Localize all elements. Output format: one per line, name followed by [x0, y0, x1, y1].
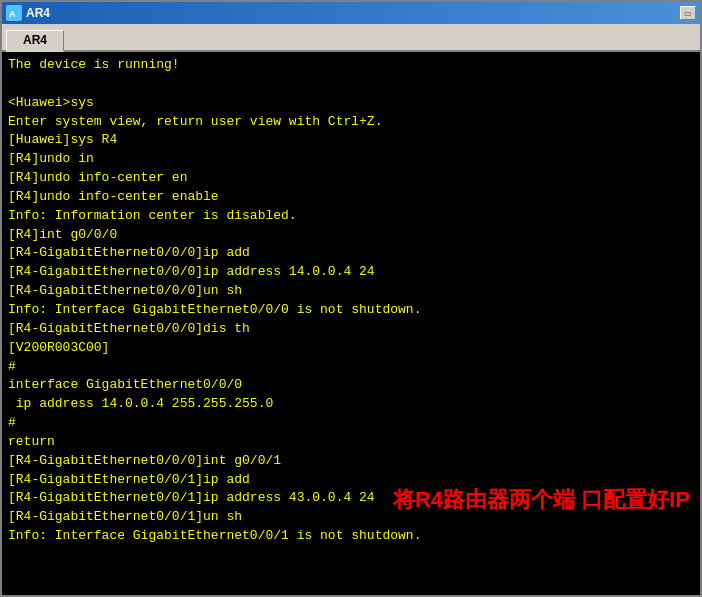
line-20: #	[8, 415, 16, 430]
line-16: [V200R003C00]	[8, 340, 109, 355]
line-15: [R4-GigabitEthernet0/0/0]dis th	[8, 321, 250, 336]
title-bar-buttons: ▭	[680, 6, 696, 20]
line-4: Enter system view, return user view with…	[8, 114, 382, 129]
line-3: <Huawei>sys	[8, 95, 94, 110]
terminal-output: The device is running! <Huawei>sys Enter…	[8, 56, 694, 546]
line-11: [R4-GigabitEthernet0/0/0]ip add	[8, 245, 250, 260]
title-bar-left: A AR4	[6, 5, 50, 21]
line-5: [Huawei]sys R4	[8, 132, 117, 147]
line-1: The device is running!	[8, 57, 180, 72]
line-8: [R4]undo info-center enable	[8, 189, 219, 204]
main-window: A AR4 ▭ AR4 The device is running! <Huaw…	[0, 0, 702, 597]
line-18: interface GigabitEthernet0/0/0	[8, 377, 242, 392]
line-19: ip address 14.0.0.4 255.255.255.0	[8, 396, 273, 411]
restore-button[interactable]: ▭	[680, 6, 696, 20]
title-bar: A AR4 ▭	[2, 2, 700, 24]
line-25: [R4-GigabitEthernet0/0/1]un sh	[8, 509, 242, 524]
line-9: Info: Information center is disabled.	[8, 208, 297, 223]
svg-text:A: A	[9, 9, 16, 19]
window-title: AR4	[26, 6, 50, 20]
line-23: [R4-GigabitEthernet0/0/1]ip add	[8, 472, 250, 487]
line-6: [R4]undo in	[8, 151, 94, 166]
line-12: [R4-GigabitEthernet0/0/0]ip address 14.0…	[8, 264, 375, 279]
tab-ar4[interactable]: AR4	[6, 30, 64, 52]
line-22: [R4-GigabitEthernet0/0/0]int g0/0/1	[8, 453, 281, 468]
app-icon: A	[6, 5, 22, 21]
tab-bar: AR4	[2, 24, 700, 52]
line-10: [R4]int g0/0/0	[8, 227, 117, 242]
line-26: Info: Interface GigabitEthernet0/0/1 is …	[8, 528, 421, 543]
line-7: [R4]undo info-center en	[8, 170, 187, 185]
line-14: Info: Interface GigabitEthernet0/0/0 is …	[8, 302, 421, 317]
line-24: [R4-GigabitEthernet0/0/1]ip address 43.0…	[8, 490, 375, 505]
line-13: [R4-GigabitEthernet0/0/0]un sh	[8, 283, 242, 298]
line-21: return	[8, 434, 55, 449]
line-17: #	[8, 359, 16, 374]
terminal-area: The device is running! <Huawei>sys Enter…	[2, 52, 700, 595]
